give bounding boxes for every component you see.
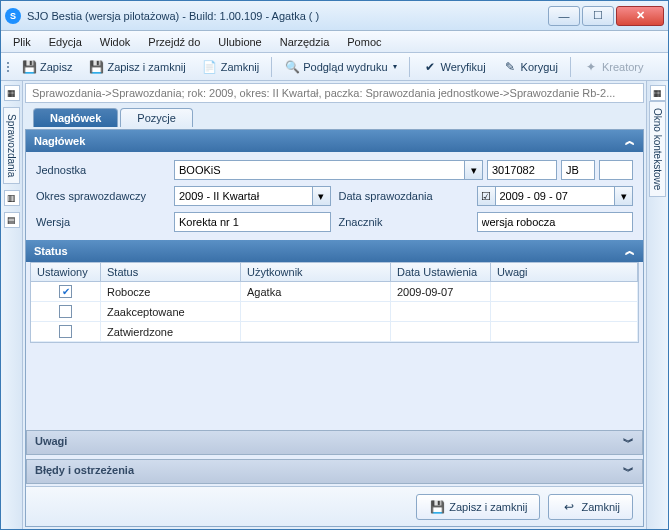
wizards-label: Kreatory [602,61,644,73]
section-title: Status [34,245,68,257]
row-status: Zatwierdzone [101,322,241,341]
okres-dropdown[interactable]: ▾ [313,186,331,206]
disk-icon: 💾 [21,59,37,75]
tab-pozycje[interactable]: Pozycje [120,108,193,127]
breadcrumb: Sprawozdania->Sprawozdania; rok: 2009, o… [25,83,644,103]
section-title: Błędy i ostrzeżenia [35,464,134,479]
window-title: SJO Bestia (wersja pilotażowa) - Build: … [27,10,548,22]
sidebar-tab-sprawozdania[interactable]: Sprawozdania [3,107,20,184]
section-title: Nagłówek [34,135,85,147]
table-row[interactable]: Zaakceptowane [31,302,638,322]
row-user: Agatka [241,282,391,301]
row-uwagi [491,322,638,341]
jednostka-short-input[interactable] [561,160,595,180]
col-data[interactable]: Data Ustawienia [391,263,491,281]
save-close-button[interactable]: 💾Zapisz i zamknij [82,57,191,77]
data-input[interactable] [495,186,616,206]
jednostka-extra-input[interactable] [599,160,633,180]
disk-icon: 💾 [429,499,445,515]
check-icon: ✔ [422,59,438,75]
jednostka-input[interactable] [174,160,465,180]
date-checkbox[interactable]: ☑ [477,186,495,206]
wizards-button: ✦Kreatory [577,57,650,77]
menu-ulubione[interactable]: Ulubione [210,34,269,50]
chevron-down-icon: ▾ [393,62,397,71]
sidebar-icon-2[interactable]: ▥ [4,190,20,206]
row-checkbox[interactable] [59,325,72,338]
row-uwagi [491,282,638,301]
correct-label: Koryguj [521,61,558,73]
print-preview-button[interactable]: 🔍Podgląd wydruku▾ [278,57,402,77]
save-close-label: Zapisz i zamknij [107,61,185,73]
footer-save-close-button[interactable]: 💾 Zapisz i zamknij [416,494,540,520]
row-user [241,302,391,321]
close-doc-label: Zamknij [221,61,260,73]
separator [271,57,272,77]
menu-przejdz[interactable]: Przejdź do [140,34,208,50]
col-uzytkownik[interactable]: Użytkownik [241,263,391,281]
data-dropdown[interactable]: ▾ [615,186,633,206]
znacznik-label: Znacznik [339,216,469,228]
status-table: Ustawiony Status Użytkownik Data Ustawie… [30,262,639,343]
col-ustawiony[interactable]: Ustawiony [31,263,101,281]
table-row[interactable]: Zatwierdzone [31,322,638,342]
section-title: Uwagi [35,435,67,450]
section-uwagi[interactable]: Uwagi ︾ [26,430,643,455]
separator [570,57,571,77]
door-icon: ↩ [561,499,577,515]
okres-label: Okres sprawozdawczy [36,190,166,202]
footer-close-label: Zamknij [581,501,620,513]
toolbar-grip-icon [5,58,11,76]
col-uwagi[interactable]: Uwagi [491,263,638,281]
section-bledy[interactable]: Błędy i ostrzeżenia ︾ [26,459,643,484]
section-header-naglowek[interactable]: Nagłówek ︽ [26,130,643,152]
left-sidebar: ▦ Sprawozdania ▥ ▤ [1,81,23,529]
row-status: Robocze [101,282,241,301]
close-doc-button[interactable]: 📄Zamknij [196,57,266,77]
toolbar: 💾Zapisz 💾Zapisz i zamknij 📄Zamknij 🔍Podg… [1,53,668,81]
menu-edycja[interactable]: Edycja [41,34,90,50]
jednostka-dropdown[interactable]: ▾ [465,160,483,180]
footer-close-button[interactable]: ↩ Zamknij [548,494,633,520]
app-icon: S [5,8,21,24]
row-checkbox[interactable]: ✔ [59,285,72,298]
jednostka-label: Jednostka [36,164,166,176]
jednostka-code-input[interactable] [487,160,557,180]
menu-plik[interactable]: Plik [5,34,39,50]
chevron-up-icon[interactable]: ︽ [625,244,635,258]
separator [409,57,410,77]
row-date [391,322,491,341]
verify-button[interactable]: ✔Weryfikuj [416,57,492,77]
section-header-status[interactable]: Status ︽ [26,240,643,262]
titlebar: S SJO Bestia (wersja pilotażowa) - Build… [1,1,668,31]
verify-label: Weryfikuj [441,61,486,73]
row-checkbox[interactable] [59,305,72,318]
menu-pomoc[interactable]: Pomoc [339,34,389,50]
row-date [391,302,491,321]
chevron-up-icon[interactable]: ︽ [625,134,635,148]
menu-narzedzia[interactable]: Narzędzia [272,34,338,50]
znacznik-input[interactable] [477,212,634,232]
save-button[interactable]: 💾Zapisz [15,57,78,77]
menu-widok[interactable]: Widok [92,34,139,50]
footer-save-close-label: Zapisz i zamknij [449,501,527,513]
row-date: 2009-09-07 [391,282,491,301]
col-status[interactable]: Status [101,263,241,281]
okres-input[interactable] [174,186,313,206]
minimize-button[interactable]: — [548,6,580,26]
close-button[interactable]: ✕ [616,6,664,26]
tabs: Nagłówek Pozycje [25,105,644,127]
tab-naglowek[interactable]: Nagłówek [33,108,118,127]
row-uwagi [491,302,638,321]
sidebar-icon-right[interactable]: ▦ [650,85,666,101]
correct-button[interactable]: ✎Koryguj [496,57,564,77]
sidebar-icon-3[interactable]: ▤ [4,212,20,228]
sidebar-tab-okno[interactable]: Okno kontekstowe [649,101,666,197]
menubar: Plik Edycja Widok Przejdź do Ulubione Na… [1,31,668,53]
data-label: Data sprawozdania [339,190,469,202]
save-label: Zapisz [40,61,72,73]
sidebar-icon-1[interactable]: ▦ [4,85,20,101]
wersja-input[interactable] [174,212,331,232]
table-row[interactable]: ✔RoboczeAgatka2009-09-07 [31,282,638,302]
maximize-button[interactable]: ☐ [582,6,614,26]
